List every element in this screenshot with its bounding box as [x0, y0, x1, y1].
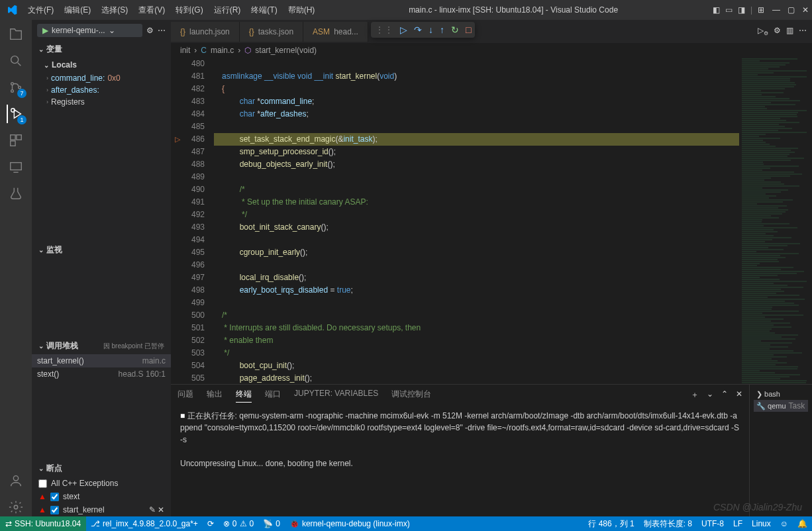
cursor-pos[interactable]: 行 486，列 1 — [584, 516, 638, 531]
explorer-icon[interactable] — [7, 25, 25, 44]
menu-bar: 文件(F)编辑(E)选择(S)查看(V)转到(G)运行(R)终端(T)帮助(H) — [23, 2, 319, 19]
menu-item[interactable]: 文件(F) — [23, 2, 58, 19]
callstack-section[interactable]: ⌄调用堆栈因 breakpoint 已暂停 — [32, 338, 171, 354]
variables-section[interactable]: ⌄变量 — [32, 41, 171, 58]
debug-icon[interactable]: 1 — [7, 105, 25, 123]
breakpoint-row[interactable]: ▲start_kernel✎ ✕ — [32, 503, 171, 516]
breadcrumb[interactable]: init › C main.c › ⬡ start_kernel(void) — [171, 43, 812, 58]
debug-toolbar[interactable]: ⋮⋮ ▷ ↷ ↓ ↑ ↻ □ — [371, 22, 475, 38]
panel-left-icon[interactable]: ◧ — [713, 5, 720, 15]
split-icon[interactable]: ▥ — [786, 26, 793, 36]
settings-icon[interactable] — [7, 498, 25, 516]
minimap[interactable] — [739, 58, 812, 384]
more-icon[interactable]: ⋯ — [799, 26, 807, 36]
remote-icon[interactable] — [7, 158, 25, 176]
debug-sidebar: ▶ kernel-qemu-... ⌄ ⚙ ⋯ ⌄变量 ⌄Locals ›com… — [32, 20, 171, 516]
continue-icon[interactable]: ▷ — [400, 24, 407, 35]
editor-tabs: {}launch.json{}tasks.jsonASMhead...▷⚙⚙▥⋯ — [171, 20, 812, 43]
terminal-item[interactable]: 🔧 qemu Task — [754, 400, 808, 412]
tab-size[interactable]: 制表符长度: 8 — [639, 516, 697, 531]
step-out-icon[interactable]: ↑ — [440, 24, 444, 35]
extensions-icon[interactable] — [7, 131, 25, 150]
panel-tab[interactable]: JUPYTER: VARIABLES — [294, 387, 378, 403]
svg-rect-6 — [17, 135, 21, 140]
editor-tab[interactable]: {}tasks.json — [240, 22, 303, 42]
variable-row[interactable]: ›command_line: 0x0 — [32, 72, 171, 84]
activity-bar: 7 1 — [0, 20, 32, 516]
close-icon[interactable]: ✕ — [799, 3, 812, 17]
vscode-logo-icon — [0, 5, 23, 15]
breakpoints-section[interactable]: ⌄断点 — [32, 460, 171, 477]
stack-frame[interactable]: stext()head.S 160:1 — [32, 367, 171, 381]
settings-icon[interactable]: ⚙ — [774, 26, 781, 36]
testing-icon[interactable] — [7, 184, 25, 203]
bell-icon[interactable]: 🔔 — [793, 516, 812, 531]
debug-config-label: kernel-qemu-... — [52, 26, 105, 35]
bp-checkbox[interactable] — [50, 493, 59, 501]
gear-icon[interactable]: ⚙ — [146, 26, 154, 35]
close-panel-icon[interactable]: ✕ — [736, 389, 742, 401]
errors-status[interactable]: ⊗ 0 ⚠ 0 — [219, 516, 258, 531]
menu-item[interactable]: 终端(T) — [246, 2, 281, 19]
panel-bottom-icon[interactable]: ▭ — [725, 5, 733, 15]
more-icon[interactable]: ⋯ — [158, 26, 166, 35]
panel-tab[interactable]: 终端 — [236, 387, 252, 403]
svg-rect-8 — [11, 163, 22, 170]
panel-right-icon[interactable]: ◨ — [738, 5, 745, 15]
encoding[interactable]: UTF-8 — [697, 516, 729, 531]
code-editor[interactable]: 480481482483484485▷486487488489490491492… — [171, 58, 812, 384]
eol[interactable]: LF — [729, 516, 747, 531]
panel-tab[interactable]: 问题 — [178, 387, 193, 403]
bp-checkbox[interactable] — [50, 506, 59, 514]
step-over-icon[interactable]: ↷ — [414, 24, 422, 35]
locals-section[interactable]: ⌄Locals — [32, 58, 171, 72]
variable-row[interactable]: ›after_dashes: — [32, 84, 171, 96]
watermark: CSDN @Jialin29-Zhu — [713, 502, 802, 512]
chevron-down-icon: ⌄ — [109, 26, 115, 35]
remote-status[interactable]: ⇄ SSH: Ubuntu18.04 — [0, 516, 86, 531]
panel-tab[interactable]: 调试控制台 — [391, 387, 431, 403]
menu-item[interactable]: 帮助(H) — [283, 2, 320, 19]
scm-icon[interactable]: 7 — [7, 78, 25, 97]
breakpoint-row[interactable]: All C++ Exceptions — [32, 477, 171, 490]
breakpoint-row[interactable]: ▲stext — [32, 490, 171, 503]
registers-section[interactable]: ›Registers — [32, 96, 171, 108]
bottom-panel: 问题输出终端端口JUPYTER: VARIABLES调试控制台 ＋ ⌄ ⌃ ✕ … — [171, 384, 812, 516]
terminal-item[interactable]: ❯ bash — [754, 389, 808, 400]
stack-frame[interactable]: start_kernel()main.c — [32, 354, 171, 367]
menu-item[interactable]: 查看(V) — [134, 2, 170, 19]
layout-icon[interactable]: ⊞ — [758, 5, 764, 15]
menu-item[interactable]: 选择(S) — [97, 2, 132, 19]
search-icon[interactable] — [7, 52, 25, 70]
maximize-icon[interactable]: ▢ — [784, 3, 797, 17]
editor-tab[interactable]: {}launch.json — [171, 22, 240, 42]
account-icon[interactable] — [7, 471, 25, 490]
maximize-panel-icon[interactable]: ⌃ — [721, 389, 728, 401]
start-debug-button[interactable]: ▶ kernel-qemu-... ⌄ — [37, 24, 142, 37]
branch-status[interactable]: ⎇ rel_imx_4.9.88_2.0.0_ga*+ — [86, 516, 203, 531]
step-into-icon[interactable]: ↓ — [429, 24, 433, 35]
run-icon[interactable]: ▷⚙ — [758, 26, 768, 36]
language[interactable]: Linux — [747, 516, 776, 531]
feedback-icon[interactable]: ☺ — [776, 516, 793, 531]
minimize-icon[interactable]: — — [770, 3, 783, 17]
debug-status[interactable]: 🐞 kernel-qemu-debug (linux-imx) — [285, 516, 415, 531]
editor-tab[interactable]: ASMhead... — [303, 22, 368, 42]
restart-icon[interactable]: ↻ — [451, 24, 459, 35]
menu-item[interactable]: 运行(R) — [209, 2, 246, 19]
menu-item[interactable]: 编辑(E) — [60, 2, 95, 19]
stop-icon[interactable]: □ — [466, 24, 471, 35]
sync-icon[interactable]: ⟳ — [203, 516, 219, 531]
ports-status[interactable]: 📡 0 — [258, 516, 285, 531]
panel-tab[interactable]: 端口 — [265, 387, 281, 403]
menu-item[interactable]: 转到(G) — [171, 2, 207, 19]
watch-section[interactable]: ⌄监视 — [32, 242, 171, 258]
bp-checkbox[interactable] — [38, 479, 47, 488]
titlebar: 文件(F)编辑(E)选择(S)查看(V)转到(G)运行(R)终端(T)帮助(H)… — [0, 0, 812, 20]
svg-point-9 — [13, 476, 18, 481]
grip-icon[interactable]: ⋮⋮ — [375, 24, 393, 35]
terminal-output[interactable]: ■ 正在执行任务: qemu-system-arm -nographic -ma… — [171, 405, 749, 516]
panel-tab[interactable]: 输出 — [207, 387, 223, 403]
terminal-dropdown-icon[interactable]: ⌄ — [707, 389, 713, 401]
new-terminal-icon[interactable]: ＋ — [691, 389, 699, 401]
